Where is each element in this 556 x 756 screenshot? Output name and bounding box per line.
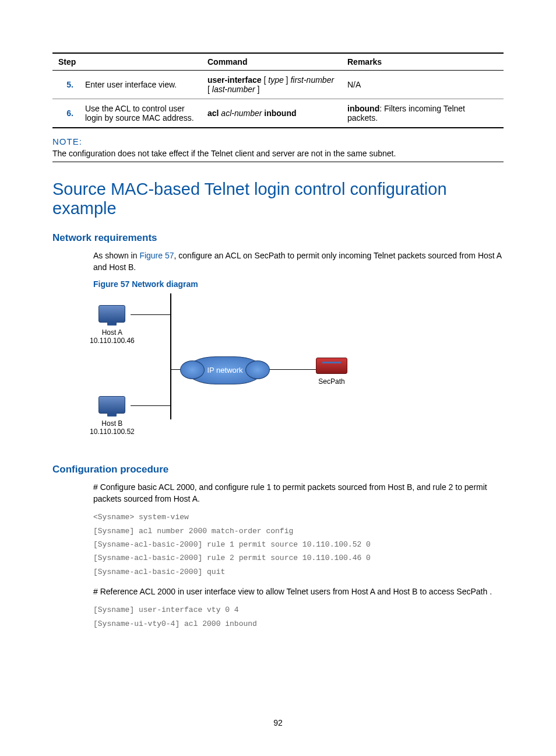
step-command: acl acl-number inbound bbox=[202, 99, 342, 128]
step-remarks: inbound: Filters incoming Telnet packets… bbox=[342, 99, 504, 128]
step-number: 6. bbox=[52, 99, 79, 128]
section-configuration-procedure: Configuration procedure bbox=[52, 464, 504, 475]
host-a: Host A 10.110.100.46 bbox=[90, 305, 135, 345]
router-icon bbox=[316, 358, 347, 374]
config-paragraph-2: # Reference ACL 2000 in user interface v… bbox=[93, 586, 504, 597]
note-text: The configuration does not take effect i… bbox=[52, 149, 504, 158]
figure-caption: Figure 57 Network diagram bbox=[93, 279, 504, 289]
network-requirements-paragraph: As shown in Figure 57, configure an ACL … bbox=[93, 250, 504, 274]
host-b: Host B 10.110.100.52 bbox=[90, 396, 135, 436]
secpath-label: SecPath bbox=[316, 377, 347, 386]
code-block-1: <Sysname> system-view [Sysname] acl numb… bbox=[93, 510, 504, 579]
figure-link[interactable]: Figure 57 bbox=[139, 251, 174, 260]
note-title: NOTE: bbox=[52, 136, 504, 146]
step-number: 5. bbox=[52, 71, 79, 99]
page-content: Step Command Remarks 5. Enter user inter… bbox=[0, 0, 556, 751]
table-row: 5. Enter user interface view. user-inter… bbox=[52, 71, 504, 99]
config-paragraph-1: # Configure basic ACL 2000, and configur… bbox=[93, 481, 504, 505]
col-step: Step bbox=[52, 53, 202, 71]
line bbox=[131, 405, 170, 407]
step-command: user-interface [ type ] first-number [ l… bbox=[202, 71, 342, 99]
host-b-ip: 10.110.100.52 bbox=[90, 428, 135, 436]
section-network-requirements: Network requirements bbox=[52, 232, 504, 244]
line bbox=[170, 293, 171, 419]
host-a-ip: 10.110.100.46 bbox=[90, 337, 135, 345]
line bbox=[131, 314, 170, 316]
page-title: Source MAC-based Telnet login control co… bbox=[52, 180, 504, 218]
cloud-label: IP network bbox=[207, 366, 242, 374]
line bbox=[262, 369, 316, 370]
command-table: Step Command Remarks 5. Enter user inter… bbox=[52, 52, 504, 128]
secpath-device: SecPath bbox=[316, 358, 347, 386]
pc-icon bbox=[98, 305, 125, 323]
host-b-label: Host B bbox=[90, 419, 135, 428]
col-command: Command bbox=[202, 53, 342, 71]
code-block-2: [Sysname] user-interface vty 0 4 [Sysnam… bbox=[93, 603, 504, 631]
page-number: 92 bbox=[52, 718, 504, 727]
step-desc: Enter user interface view. bbox=[79, 71, 202, 99]
network-diagram: Host A 10.110.100.46 Host B 10.110.100.5… bbox=[93, 292, 367, 450]
step-remarks: N/A bbox=[342, 71, 504, 99]
note-block: NOTE: The configuration does not take ef… bbox=[52, 136, 504, 162]
host-a-label: Host A bbox=[90, 328, 135, 337]
table-row: 6. Use the ACL to control user login by … bbox=[52, 99, 504, 128]
pc-icon bbox=[98, 396, 125, 414]
step-desc: Use the ACL to control user login by sou… bbox=[79, 99, 202, 128]
col-remarks: Remarks bbox=[342, 53, 504, 71]
ip-network-cloud: IP network bbox=[186, 356, 263, 384]
